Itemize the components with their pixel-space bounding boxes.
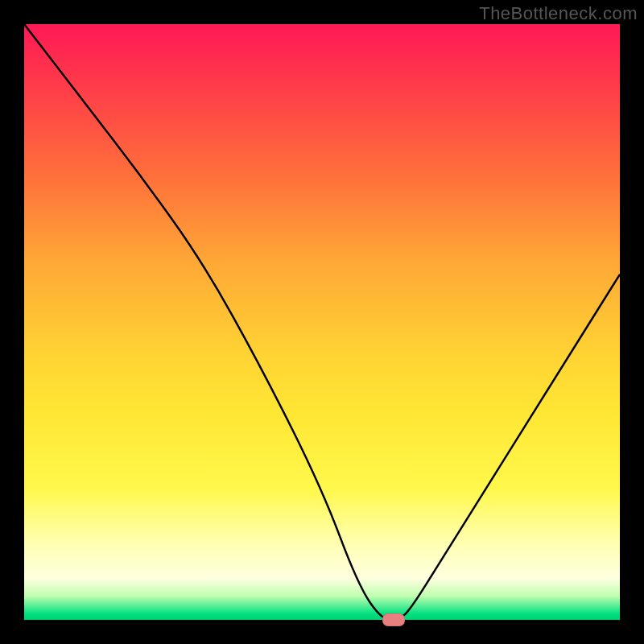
bottleneck-curve [24,24,620,620]
chart-plot-area [24,24,620,620]
optimum-marker [382,613,405,626]
watermark-text: TheBottleneck.com [479,3,638,24]
